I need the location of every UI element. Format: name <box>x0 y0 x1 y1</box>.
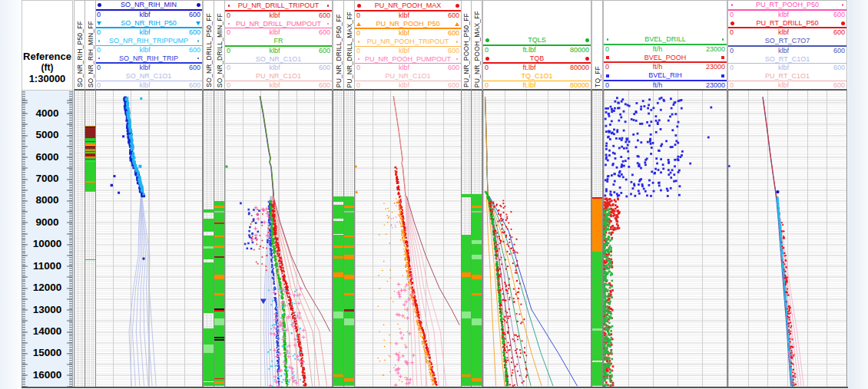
depth-axis-unit: (ft) <box>41 62 54 73</box>
track-header-t2[interactable]: PU_NR_DRILL_TRIPOUT0klbf600PU_NR_DRILL_P… <box>224 0 333 91</box>
track-header-t4[interactable]: TQLS0ft.lbf80000TQB0ft.lbf80000TQ_C1O10f… <box>482 0 591 91</box>
curve-entry[interactable]: PU_NR_POOH_MAX0klbf600 <box>355 2 461 20</box>
curve-entry[interactable]: BVEL_RIH0ft/h23000 <box>604 71 727 90</box>
scale-min: 0 <box>730 64 734 72</box>
track-body-ff1[interactable] <box>74 91 85 387</box>
curve-name: PU_NR_C1O1 <box>361 72 455 80</box>
track-body-ff5[interactable] <box>333 91 344 387</box>
curve-entry[interactable]: PU_RT_POOH_P500klbf600 <box>728 1 846 19</box>
track-header-ff8[interactable]: PU_NR_POOH_MAX_FF <box>471 0 482 91</box>
curve-entry[interactable]: SO_NR_RIH_P500klbf600 <box>95 18 202 37</box>
lithology-band <box>472 293 482 295</box>
curve-entry[interactable]: PU_NR_C1O10klbf600 <box>225 72 332 90</box>
curve-entry[interactable]: PU_NR_DRILL_PUMPOUT0klbf600 <box>225 19 332 37</box>
track-header-ff2[interactable]: SO_NR_RIH_MIN_FF <box>84 0 96 91</box>
track-body-t6[interactable] <box>727 91 847 387</box>
curve-entry[interactable]: FR0klbf600 <box>225 37 332 55</box>
scale-max: 23000 <box>706 63 725 71</box>
scale-unit: klbf <box>269 81 280 90</box>
track-header-ff3[interactable]: SO_NR_DRILL_P50_FF <box>203 0 214 91</box>
ff-track-label: PU_NR_POOH_P50_FF <box>462 13 470 87</box>
track-body-t5[interactable] <box>603 91 727 387</box>
track-header-ff6[interactable]: PU_NR_DRILL_MAX_FF <box>343 0 355 91</box>
curve-entry[interactable]: TQB0ft.lbf80000 <box>483 54 591 72</box>
track-header-t3[interactable]: PU_NR_POOH_MAX0klbf600PU_NR_POOH_P500klb… <box>354 0 462 91</box>
track-header-ff4[interactable]: SO_NR_DRILL_MIN_FF <box>214 0 225 91</box>
lithology-band <box>214 246 224 247</box>
curve-entry[interactable]: PU_NR_POOH_P500klbf600 <box>355 19 461 38</box>
track-header-t1[interactable]: SO_NR_RIH_MIN0klbf600SO_NR_RIH_P500klbf6… <box>94 0 203 91</box>
track-body-ff6[interactable] <box>343 91 355 387</box>
curve-entry[interactable]: SO_NR_C1O10klbf600 <box>225 54 332 72</box>
curve-marker-square-icon <box>721 54 725 61</box>
lithology-band <box>592 385 602 386</box>
depth-track-header[interactable]: Reference (ft) 1:30000 <box>22 0 73 91</box>
scale-max: 600 <box>448 64 459 72</box>
track-header-t5[interactable]: BVEL_DRILL0ft/h23000BVEL_POOH0ft/h23000B… <box>603 0 727 91</box>
lithology-band <box>472 211 482 213</box>
curve-name: PU_NR_POOH_MAX <box>361 2 455 9</box>
lithology-band <box>344 246 354 247</box>
curve-entry[interactable]: TQ_C1O10ft.lbf80000 <box>483 72 591 90</box>
scale-min: 0 <box>227 12 230 20</box>
track-body-ff3[interactable] <box>203 91 214 387</box>
track-body-t4[interactable] <box>482 91 591 387</box>
curve-entry[interactable]: TQLS0ft.lbf80000 <box>483 36 591 54</box>
scale-min: 0 <box>730 47 734 55</box>
scale-unit: klbf <box>139 46 150 54</box>
track-body-ff7[interactable] <box>461 91 472 387</box>
curve-name: TQ_C1O1 <box>489 72 585 80</box>
curve-entry[interactable]: PU_RT_C1O10klbf600 <box>728 72 846 90</box>
curve-entry[interactable]: SO_RT_C7O70klbf600 <box>728 37 846 55</box>
curve-entry[interactable]: BVEL_POOH0ft/h23000 <box>604 53 727 71</box>
track-header-ff7[interactable]: PU_NR_POOH_P50_FF <box>461 0 472 91</box>
curve-entry[interactable]: SO_NR_RIH_MIN0klbf600 <box>95 1 202 19</box>
curve-entry[interactable]: SO_NR_C1O10klbf600 <box>95 72 202 90</box>
curve-entry[interactable]: PU_NR_POOH_PUMPOUT0klbf600 <box>355 54 461 72</box>
lithology-band <box>333 256 343 259</box>
depth-track[interactable]: 4000500060007000800090001000011000120001… <box>22 91 73 387</box>
scale-unit: klbf <box>139 11 150 19</box>
lithology-band <box>462 235 471 386</box>
depth-axis-title: Reference <box>23 51 71 62</box>
track-header-ff5[interactable]: PU_NR_DRILL_P50_FF <box>333 0 344 91</box>
track-body-t3[interactable] <box>354 91 462 387</box>
curve-entry[interactable]: PU_NR_C1O10klbf600 <box>355 72 461 90</box>
depth-label: 15000 <box>22 347 72 358</box>
track-body-ff9[interactable] <box>591 91 603 387</box>
track-body-ff4[interactable] <box>214 91 225 387</box>
track-header-t6[interactable]: PU_RT_POOH_P500klbf600PU_RT_DRILL_P500kl… <box>727 0 847 91</box>
lithology-band <box>344 309 354 312</box>
right-margin <box>848 0 868 389</box>
lithology-band <box>214 381 224 384</box>
track-header-ff9[interactable]: TQ_FF <box>591 0 603 91</box>
curve-entry[interactable]: SO_RT_C1O10klbf600 <box>728 54 846 72</box>
curve-entry[interactable]: BVEL_DRILL0ft/h23000 <box>604 35 727 54</box>
curve-marker-dot-icon <box>840 1 845 8</box>
track-body-ff2[interactable] <box>84 91 96 387</box>
curve-entry[interactable]: PU_NR_POOH_TRIPOUT0klbf600 <box>355 38 461 55</box>
curve-entry[interactable]: PU_NR_DRILL_TRIPOUT0klbf600 <box>225 2 332 20</box>
scale-unit: klbf <box>139 28 150 37</box>
lithology-band <box>344 293 354 295</box>
curve-entry[interactable]: PU_RT_DRILL_P500klbf600 <box>728 18 846 37</box>
curve-entry[interactable]: SO_NR_RIH_TRIPPUMP0klbf600 <box>95 37 202 54</box>
curve-name: BVEL_DRILL <box>610 35 721 43</box>
track-header-ff1[interactable]: SO_NR_RIH_P50_FF <box>74 0 85 91</box>
curve-marker-dot-icon <box>455 38 459 45</box>
scale-unit: ft.lbf <box>522 81 535 90</box>
curve-entry[interactable]: SO_NR_RIH_TRIP0klbf600 <box>95 54 202 72</box>
lithology-band <box>204 236 214 246</box>
lithology-band <box>592 199 602 252</box>
track-body-ff8[interactable] <box>471 91 482 387</box>
lithology-band <box>344 236 354 237</box>
scale-min: 0 <box>605 63 609 71</box>
scale-min: 0 <box>227 81 230 90</box>
lithology-band <box>344 378 354 382</box>
track-body-t2[interactable] <box>224 91 333 387</box>
track-body-t1[interactable] <box>94 91 203 387</box>
scale-unit: klbf <box>778 81 789 90</box>
scale-unit: klbf <box>778 11 789 19</box>
curve-name: PU_NR_POOH_PUMPOUT <box>361 55 455 63</box>
curve-marker-dot-icon <box>196 54 200 62</box>
